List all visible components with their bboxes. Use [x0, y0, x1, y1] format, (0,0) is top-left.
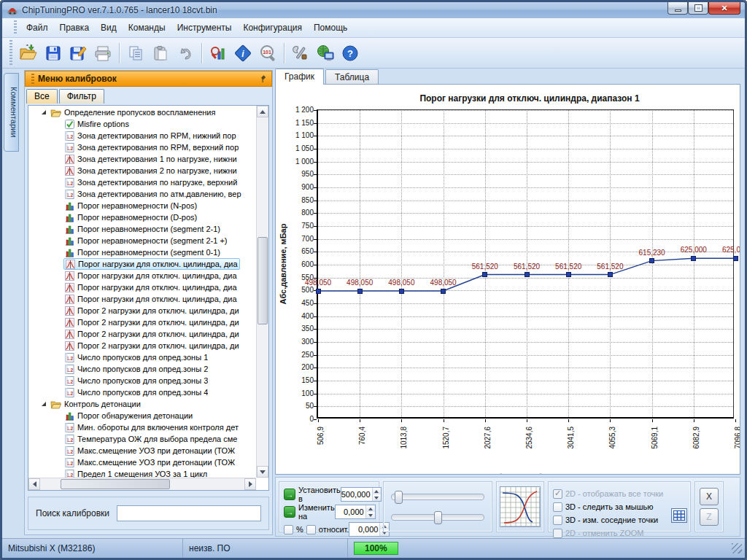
slider-2-thumb[interactable]: [434, 511, 442, 524]
tree-item[interactable]: Порог нагрузки для отключ. цилиндра, диа: [28, 281, 256, 293]
tab-graph[interactable]: График: [275, 69, 324, 85]
scroll-left-arrow[interactable]: [28, 478, 40, 490]
tree-item[interactable]: 1.2Число пропусков для опред.зоны 3: [28, 375, 256, 386]
option-checkbox-1[interactable]: [553, 502, 562, 512]
tree-item[interactable]: Зона детектирования 1 по нагрузке, нижни: [28, 153, 256, 165]
option-checkbox-3[interactable]: [553, 529, 562, 538]
percent-checkbox[interactable]: [284, 525, 293, 534]
menu-item-6[interactable]: Помощь: [308, 20, 353, 35]
data-point[interactable]: [316, 289, 321, 294]
tree-horizontal-scrollbar[interactable]: [28, 478, 256, 490]
scroll-thumb[interactable]: [61, 479, 170, 489]
tree-item[interactable]: Misfire options: [28, 118, 256, 130]
save-button[interactable]: [41, 42, 66, 65]
title-bar[interactable]: ChipTuningPRO ver.7.1.0.765 - lancer10 1…: [2, 2, 745, 18]
undo-button[interactable]: [173, 42, 198, 65]
change-value[interactable]: 0,000: [336, 505, 365, 518]
data-point[interactable]: [566, 272, 571, 277]
pin-icon[interactable]: [258, 74, 267, 83]
menu-item-3[interactable]: Команды: [123, 20, 171, 35]
scroll-up-arrow[interactable]: [257, 106, 268, 117]
relative-checkbox[interactable]: [306, 525, 316, 534]
paste-button[interactable]: [148, 42, 173, 65]
menu-item-1[interactable]: Правка: [54, 20, 96, 35]
minimize-button[interactable]: [667, 2, 688, 15]
tree-item[interactable]: Порог 2 нагрузки для отключ. цилиндра, д…: [28, 340, 256, 351]
drag-handle[interactable]: [14, 20, 17, 35]
drag-handle[interactable]: [31, 74, 34, 84]
relative-value[interactable]: 0,000: [349, 523, 379, 536]
tree-item[interactable]: 1.2Зона детектирования по RPM, нижний по…: [28, 130, 256, 141]
scroll-thumb[interactable]: [258, 237, 268, 324]
tree-item[interactable]: 1.2Температура ОЖ для выбора предела сме: [28, 433, 256, 445]
network-button[interactable]: [313, 42, 338, 65]
spin-up[interactable]: [366, 505, 375, 512]
slider-2[interactable]: [391, 514, 484, 521]
maximize-button[interactable]: [688, 2, 708, 15]
tree-item[interactable]: Порог 2 нагрузки для отключ. цилиндра, д…: [28, 316, 256, 328]
print-button[interactable]: [90, 42, 115, 65]
menu-item-2[interactable]: Вид: [95, 20, 123, 35]
scroll-down-arrow[interactable]: [257, 466, 268, 478]
close-button[interactable]: ✕: [708, 2, 740, 15]
drag-handle[interactable]: [9, 40, 12, 66]
tree-item[interactable]: Порог 2 нагрузки для отключ. цилиндра, д…: [28, 305, 256, 316]
data-point[interactable]: [608, 272, 613, 277]
tree-item[interactable]: 1.2Число пропусков для опред.зоны 1: [28, 351, 256, 363]
tree-item[interactable]: 1.2Мин. обороты для включения контроля д…: [28, 421, 256, 433]
data-point[interactable]: [399, 289, 404, 294]
tree-item[interactable]: Порог неравномерности (segment 0-1): [28, 246, 256, 258]
data-point[interactable]: [357, 289, 363, 294]
plot-area[interactable]: 0501001502002503003504004505005506006507…: [317, 109, 734, 419]
scroll-right-arrow[interactable]: [244, 478, 256, 490]
tree-item[interactable]: Порог обнаружения детонации: [28, 410, 256, 421]
x-axis-button[interactable]: X: [700, 488, 719, 505]
tree-item[interactable]: Зона детектирования 2 по нагрузке, нижни: [28, 165, 256, 176]
data-point[interactable]: [525, 272, 530, 277]
spin-down[interactable]: [373, 494, 381, 501]
apply-set-button[interactable]: →: [284, 489, 295, 500]
menu-item-0[interactable]: Файл: [20, 20, 54, 35]
open-file-button[interactable]: [16, 42, 41, 65]
tree-item[interactable]: 1.2Предел 1 смещения УОЗ за 1 цикл: [28, 468, 256, 478]
tree-item[interactable]: 1.2Макс.смещение УОЗ при детонации (ТОЖ: [28, 445, 256, 456]
tab-table[interactable]: Таблица: [325, 69, 379, 85]
tree-item[interactable]: Порог нагрузки для отключ. цилиндра, диа: [28, 270, 256, 281]
tree-item[interactable]: Порог неравномерности (D-pos): [28, 211, 256, 223]
zoom-values-button[interactable]: 101: [255, 42, 280, 65]
apply-change-button[interactable]: →: [284, 506, 295, 518]
expand-toggle[interactable]: [39, 110, 49, 114]
menu-item-5[interactable]: Конфигурация: [237, 20, 308, 35]
tree-item[interactable]: Контроль детонации: [28, 398, 256, 410]
data-point[interactable]: [691, 256, 696, 261]
set-value-spinner[interactable]: 500,000: [341, 487, 382, 502]
tree-item[interactable]: 1.2Зона детектирования по нагрузке, верх…: [28, 176, 256, 188]
slider-1[interactable]: [391, 494, 484, 500]
slider-1-thumb[interactable]: [395, 491, 403, 504]
tree-item[interactable]: Порог нагрузки для отключ. цилиндра, диа: [28, 258, 256, 270]
expand-toggle[interactable]: [39, 402, 49, 406]
option-checkbox-0[interactable]: [553, 489, 562, 499]
tools-button[interactable]: [288, 42, 313, 65]
tree-vertical-scrollbar[interactable]: [256, 106, 268, 478]
menu-item-4[interactable]: Инструменты: [171, 20, 238, 35]
change-value-spinner[interactable]: 0,000: [335, 505, 376, 519]
data-point[interactable]: [649, 258, 654, 263]
tree-item[interactable]: Порог неравномерности (N-pos): [28, 200, 256, 211]
data-point[interactable]: [441, 289, 446, 294]
tree-item[interactable]: 1.2Число пропусков для опред.зоны 2: [28, 363, 256, 375]
tree-item[interactable]: 1.2Зона детектирования по атм.давлению, …: [28, 188, 256, 200]
curve-preview-button[interactable]: [500, 486, 541, 527]
copy-button[interactable]: [123, 42, 148, 65]
calibration-search-input[interactable]: [117, 505, 261, 521]
info-button[interactable]: i: [231, 42, 255, 65]
help-button[interactable]: ?: [338, 42, 363, 65]
panel-header[interactable]: Меню калибровок: [25, 71, 272, 87]
set-value[interactable]: 500,000: [341, 488, 372, 501]
tab-filter[interactable]: Фильтр: [59, 89, 104, 104]
tree-item[interactable]: 1.2Число пропусков для опред.зоны 4: [28, 386, 256, 398]
spin-up[interactable]: [373, 488, 381, 494]
resize-grip[interactable]: [732, 543, 742, 553]
tab-all[interactable]: Все: [26, 89, 58, 104]
spin-down[interactable]: [366, 512, 375, 518]
